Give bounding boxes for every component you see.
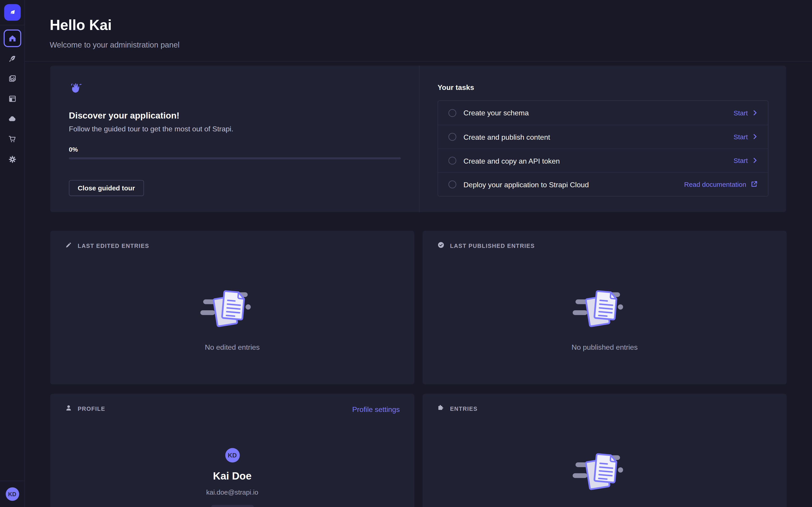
puzzle-icon: [437, 404, 445, 414]
gear-icon: [7, 155, 17, 164]
strapi-admin-dashboard: KD Hello Kai Welcome to your administrat…: [0, 0, 812, 507]
profile-name: Kai Doe: [213, 470, 252, 482]
profile-body: KD Kai Doe kai.doe@strapi.io: [50, 448, 414, 507]
task-row-create-schema: Create your schema Start: [438, 101, 768, 125]
page-title: Hello Kai: [50, 16, 787, 34]
guided-tour-subtitle: Follow the guided tour to get the most o…: [69, 124, 233, 133]
cloud-icon: [7, 114, 17, 123]
empty-documents-illustration: [571, 448, 638, 498]
widget-title: PROFILE: [78, 405, 105, 413]
tasks-title: Your tasks: [438, 83, 768, 92]
profile-email: kai.doe@strapi.io: [206, 488, 258, 497]
progress-bar: [69, 157, 401, 159]
empty-caption: No published entries: [571, 506, 638, 507]
empty-documents-illustration: [571, 285, 638, 335]
empty-state: No edited entries: [50, 285, 414, 352]
empty-state: No published entries: [422, 448, 786, 507]
task-label: Create and copy an API token: [463, 157, 560, 165]
pencil-icon: [65, 241, 72, 251]
chevron-right-icon: [753, 157, 758, 165]
feather-icon: [7, 54, 17, 63]
widget-title: LAST PUBLISHED ENTRIES: [450, 242, 535, 250]
task-label: Create and publish content: [463, 133, 550, 141]
user-avatar[interactable]: KD: [5, 488, 19, 501]
cart-icon: [7, 134, 17, 144]
sidebar-item-home[interactable]: [3, 30, 21, 47]
task-row-deploy-cloud: Deploy your application to Strapi Cloud …: [438, 172, 768, 196]
page-subtitle: Welcome to your administration panel: [50, 40, 787, 50]
strapi-logo-icon: [7, 6, 17, 18]
profile-role-badge: [211, 505, 254, 507]
chevron-right-icon: [753, 133, 758, 140]
sidebar-item-settings[interactable]: [3, 151, 21, 168]
guided-tour-title: Discover your application!: [69, 111, 179, 121]
layout-icon: [7, 94, 17, 103]
task-read-documentation-link[interactable]: Read documentation: [684, 180, 758, 188]
header-divider: [25, 61, 812, 61]
sidebar-item-content-type-builder[interactable]: [3, 90, 21, 108]
sidebar-item-marketplace[interactable]: [3, 130, 21, 148]
task-label: Deploy your application to Strapi Cloud: [463, 180, 589, 188]
images-icon: [7, 74, 17, 83]
guided-tour-pane: Discover your application! Follow the gu…: [50, 66, 419, 212]
sidebar-item-media-library[interactable]: [3, 70, 21, 88]
task-label: Create your schema: [463, 109, 529, 117]
empty-caption: No edited entries: [205, 343, 260, 352]
task-row-api-token: Create and copy an API token Start: [438, 149, 768, 172]
main-content: Hello Kai Welcome to your administration…: [25, 0, 812, 507]
guided-tour-card: Discover your application! Follow the gu…: [50, 66, 786, 212]
user-icon: [65, 404, 72, 414]
sidebar-item-content-manager[interactable]: [3, 50, 21, 67]
widget-title: ENTRIES: [450, 405, 477, 413]
home-icon: [7, 34, 17, 43]
sidebar-nav: [3, 30, 21, 168]
task-checkbox[interactable]: [448, 109, 456, 116]
chevron-right-icon: [753, 109, 758, 116]
task-checkbox[interactable]: [448, 157, 456, 165]
widget-title: LAST EDITED ENTRIES: [78, 242, 149, 250]
progress-label: 0%: [69, 146, 78, 153]
empty-caption: No published entries: [571, 343, 638, 352]
close-guided-tour-button[interactable]: Close guided tour: [69, 180, 144, 196]
strapi-logo[interactable]: [4, 4, 20, 20]
profile-card: PROFILE Profile settings KD Kai Doe kai.…: [50, 394, 414, 507]
empty-state: No published entries: [422, 285, 786, 352]
check-circle-icon: [437, 241, 445, 251]
last-published-entries-card: LAST PUBLISHED ENTRIES: [422, 231, 786, 384]
task-start-link[interactable]: Start: [733, 157, 758, 165]
tasks-pane: Your tasks Create your schema Start: [419, 66, 786, 212]
task-start-link[interactable]: Start: [733, 133, 758, 140]
last-edited-entries-card: LAST EDITED ENTRIES: [50, 231, 414, 384]
sidebar: KD: [0, 0, 25, 507]
sidebar-bottom-divider: [0, 481, 24, 481]
task-checkbox[interactable]: [448, 133, 456, 140]
task-row-publish-content: Create and publish content Start: [438, 125, 768, 149]
waving-hand-icon: [69, 82, 82, 97]
external-link-icon: [751, 180, 758, 188]
sidebar-divider: [0, 25, 24, 25]
sidebar-item-cloud[interactable]: [3, 110, 21, 128]
profile-settings-link[interactable]: Profile settings: [352, 405, 400, 413]
profile-avatar: KD: [225, 448, 240, 462]
task-start-link[interactable]: Start: [733, 109, 758, 116]
page-header: Hello Kai Welcome to your administration…: [25, 0, 812, 50]
empty-documents-illustration: [199, 285, 265, 335]
sidebar-bottom: KD: [0, 481, 24, 507]
task-checkbox[interactable]: [448, 180, 456, 188]
tasks-list: Create your schema Start Create and publ…: [438, 100, 768, 196]
entries-card: ENTRIES: [422, 394, 786, 507]
